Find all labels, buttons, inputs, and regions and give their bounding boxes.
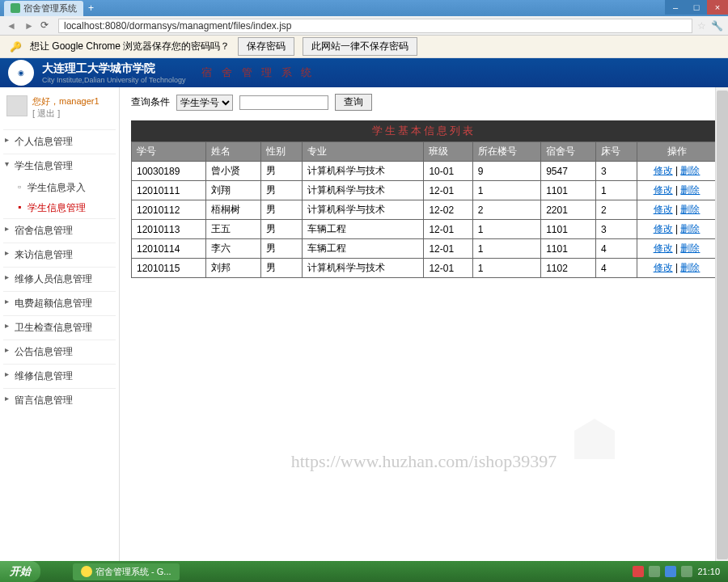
table-row: 12010112梧桐树男计算机科学与技术12-02222012修改 | 删除 [132, 200, 717, 220]
edit-link[interactable]: 修改 [654, 165, 673, 176]
reload-button[interactable]: ⟳ [40, 19, 53, 32]
user-info: 您好，manager1 [ 退出 ] [32, 95, 99, 120]
edit-link[interactable]: 修改 [654, 242, 673, 254]
tray-icon-4[interactable] [681, 566, 692, 577]
system-tray: 21:10 [633, 566, 728, 577]
start-button[interactable]: 开始 [0, 561, 40, 582]
edit-link[interactable]: 修改 [654, 223, 673, 234]
col-header: 所在楼号 [472, 142, 540, 162]
table-cell: 1101 [541, 220, 596, 239]
delete-link[interactable]: 删除 [680, 184, 700, 196]
student-table: 学号姓名性别专业班级所在楼号宿舍号床号操作 10030189曾小贤男计算机科学与… [131, 141, 717, 278]
table-cell: 3 [595, 220, 637, 239]
table-cell: 10-01 [424, 162, 472, 181]
user-greeting: 您好，manager1 [32, 95, 99, 108]
col-header: 学号 [132, 142, 206, 162]
forward-button[interactable]: ► [23, 19, 36, 32]
scroll-thumb[interactable] [717, 91, 728, 559]
table-cell: 男 [260, 259, 302, 278]
table-row: 12010114李六男车辆工程12-01111014修改 | 删除 [132, 239, 717, 259]
sidebar-item-message[interactable]: 留言信息管理 [3, 388, 116, 412]
logo-main: 大连理工大学城市学院 [42, 61, 185, 76]
table-cell: 12010113 [132, 220, 206, 239]
sidebar-item-repair[interactable]: 维修信息管理 [3, 364, 116, 388]
taskbar-app[interactable]: 宿舍管理系统 - G... [73, 563, 180, 580]
table-cell: 计算机科学与技术 [302, 162, 424, 181]
table-cell: 1 [472, 220, 540, 239]
table-cell: 刘翔 [205, 181, 260, 200]
delete-link[interactable]: 删除 [680, 262, 700, 273]
sidebar-item-personal[interactable]: 个人信息管理 [3, 129, 116, 154]
op-cell: 修改 | 删除 [637, 259, 717, 278]
sidebar-item-hygiene[interactable]: 卫生检查信息管理 [3, 315, 116, 340]
tray-icon-1[interactable] [633, 566, 644, 577]
browser-toolbar: ◄ ► ⟳ localhost:8080/dormansys/managment… [0, 16, 728, 36]
logout-link[interactable]: [ 退出 ] [32, 108, 99, 120]
back-button[interactable]: ◄ [5, 19, 18, 32]
sidebar-item-notice[interactable]: 公告信息管理 [3, 340, 116, 364]
table-cell: 4 [595, 259, 637, 278]
watermark-text: https://www.huzhan.com/ishop39397 [291, 451, 557, 472]
submenu-student-add[interactable]: 学生信息录入 [11, 178, 116, 198]
address-bar[interactable]: localhost:8080/dormansys/managment/files… [58, 19, 692, 33]
bookmark-icon[interactable]: ☆ [697, 20, 706, 32]
scrollbar[interactable] [715, 87, 728, 564]
clock[interactable]: 21:10 [697, 567, 720, 576]
edit-link[interactable]: 修改 [654, 184, 673, 196]
submenu: 学生信息录入 学生信息管理 [3, 178, 116, 218]
table-cell: 李六 [205, 239, 260, 259]
never-save-button[interactable]: 此网站一律不保存密码 [303, 37, 417, 56]
table-cell: 男 [260, 239, 302, 259]
tray-icon-3[interactable] [665, 566, 676, 577]
col-header: 班级 [424, 142, 472, 162]
browser-tab[interactable]: 宿舍管理系统 [4, 1, 83, 16]
table-cell: 1 [595, 181, 637, 200]
sidebar-item-dorm[interactable]: 宿舍信息管理 [3, 218, 116, 242]
tab-title: 宿舍管理系统 [23, 2, 77, 15]
tray-icon-2[interactable] [649, 566, 660, 577]
table-cell: 1 [472, 259, 540, 278]
avatar [6, 95, 28, 116]
submenu-student-manage[interactable]: 学生信息管理 [11, 198, 116, 218]
table-cell: 王五 [205, 220, 260, 239]
table-cell: 12010112 [132, 200, 206, 220]
sidebar-item-visit[interactable]: 来访信息管理 [3, 242, 116, 267]
table-row: 12010115刘邦男计算机科学与技术12-01111024修改 | 删除 [132, 259, 717, 278]
query-input[interactable] [239, 95, 328, 110]
sidebar-item-electric[interactable]: 电费超额信息管理 [3, 291, 116, 315]
table-cell: 12-01 [424, 181, 472, 200]
wrench-icon[interactable]: 🔧 [711, 20, 723, 32]
delete-link[interactable]: 删除 [680, 165, 700, 176]
logo-text-block: 大连理工大学城市学院 City Institute,Dalian Univers… [42, 61, 185, 84]
col-header: 操作 [637, 142, 717, 162]
table-cell: 1101 [541, 181, 596, 200]
delete-link[interactable]: 删除 [680, 223, 700, 234]
table-cell: 男 [260, 200, 302, 220]
query-button[interactable]: 查询 [335, 94, 372, 111]
sidebar-item-repair-staff[interactable]: 维修人员信息管理 [3, 267, 116, 291]
close-button[interactable]: × [707, 0, 728, 15]
delete-link[interactable]: 删除 [680, 204, 700, 215]
task-label: 宿舍管理系统 - G... [95, 566, 171, 578]
table-cell: 2 [595, 200, 637, 220]
table-cell: 3 [595, 162, 637, 181]
maximize-button[interactable]: □ [686, 0, 707, 15]
edit-link[interactable]: 修改 [654, 204, 673, 215]
sidebar: 您好，manager1 [ 退出 ] 个人信息管理 学生信息管理 学生信息录入 … [0, 87, 120, 564]
delete-link[interactable]: 删除 [680, 242, 700, 254]
table-cell: 车辆工程 [302, 220, 424, 239]
table-cell: 12010114 [132, 239, 206, 259]
col-header: 床号 [595, 142, 637, 162]
query-select[interactable]: 学生学号 [176, 95, 233, 111]
table-cell: 12-02 [424, 200, 472, 220]
table-cell: 1 [472, 239, 540, 259]
minimize-button[interactable]: – [665, 0, 686, 15]
sidebar-item-student[interactable]: 学生信息管理 [3, 154, 116, 178]
new-tab-button[interactable]: + [88, 2, 94, 14]
col-header: 姓名 [205, 142, 260, 162]
table-row: 12010111刘翔男计算机科学与技术12-01111011修改 | 删除 [132, 181, 717, 200]
table-cell: 10030189 [132, 162, 206, 181]
table-cell: 4 [595, 239, 637, 259]
save-password-button[interactable]: 保存密码 [238, 37, 294, 56]
edit-link[interactable]: 修改 [654, 262, 673, 273]
